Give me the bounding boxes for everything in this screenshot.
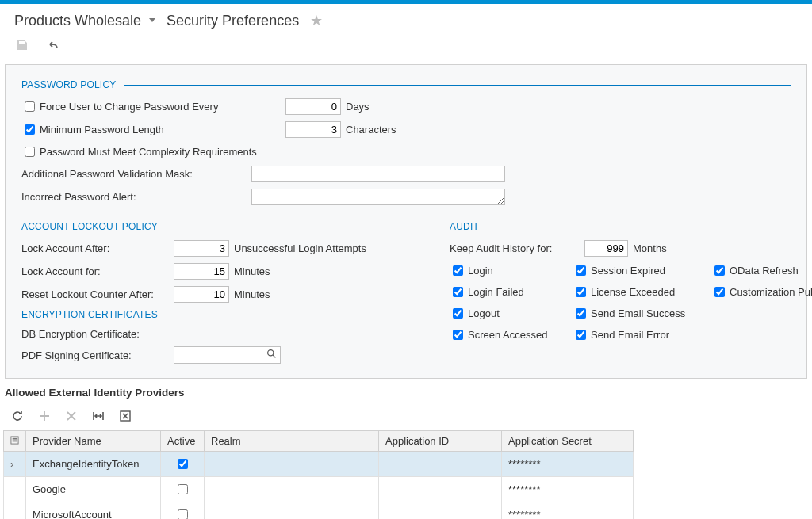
min-length-label: Minimum Password Length bbox=[40, 124, 285, 135]
breadcrumb-product[interactable]: Products Wholesale bbox=[14, 13, 141, 29]
table-row[interactable]: MicrosoftAccount******** bbox=[4, 502, 634, 520]
lockout-title: ACCOUNT LOCKOUT POLICY bbox=[21, 221, 418, 232]
providers-title: Allowed External Identity Providers bbox=[0, 379, 812, 403]
audit-session-checkbox[interactable] bbox=[576, 265, 586, 276]
force-change-label: Force User to Change Password Every bbox=[40, 101, 285, 113]
pdf-cert-label: PDF Signing Certificate: bbox=[21, 349, 174, 361]
complexity-checkbox[interactable] bbox=[25, 147, 35, 157]
export-excel-icon[interactable] bbox=[119, 410, 132, 422]
keep-history-unit: Months bbox=[633, 242, 667, 254]
force-change-unit: Days bbox=[346, 101, 370, 113]
row-indicator-icon: › bbox=[4, 452, 26, 477]
cell-realm[interactable] bbox=[205, 477, 379, 502]
svg-rect-5 bbox=[13, 441, 17, 442]
audit-custpub-label: Customization Published bbox=[730, 286, 812, 298]
alert-label: Incorrect Password Alert: bbox=[21, 191, 251, 203]
row-indicator-icon bbox=[4, 477, 26, 502]
cell-app-id[interactable] bbox=[379, 477, 502, 502]
svg-line-1 bbox=[273, 355, 275, 357]
col-realm[interactable]: Realm bbox=[205, 431, 379, 452]
cell-realm[interactable] bbox=[205, 502, 379, 520]
force-change-days-input[interactable] bbox=[285, 98, 341, 115]
audit-screen-checkbox[interactable] bbox=[453, 330, 463, 340]
min-length-input[interactable] bbox=[285, 121, 341, 138]
search-icon[interactable] bbox=[266, 349, 277, 361]
cell-active[interactable] bbox=[161, 502, 205, 520]
cell-active[interactable] bbox=[161, 477, 205, 502]
reset-after-unit: Minutes bbox=[234, 288, 270, 300]
alert-textarea[interactable] bbox=[251, 189, 505, 205]
active-checkbox[interactable] bbox=[178, 459, 188, 469]
cell-provider-name[interactable]: ExchangeIdentityToken bbox=[26, 452, 161, 477]
page-title: Security Preferences bbox=[167, 13, 299, 29]
audit-logout-label: Logout bbox=[468, 307, 500, 319]
db-cert-label: DB Encryption Certificate: bbox=[21, 328, 174, 340]
main-toolbar bbox=[0, 34, 812, 64]
min-length-checkbox[interactable] bbox=[25, 124, 35, 135]
mask-label: Additional Password Validation Mask: bbox=[21, 168, 251, 180]
force-change-checkbox[interactable] bbox=[25, 101, 35, 112]
table-row[interactable]: Google******** bbox=[4, 477, 634, 502]
cell-app-id[interactable] bbox=[379, 502, 502, 520]
providers-grid: Provider Name Active Realm Application I… bbox=[3, 430, 634, 519]
col-provider-name[interactable]: Provider Name bbox=[26, 431, 161, 452]
fit-columns-icon[interactable] bbox=[92, 410, 105, 422]
keep-history-input[interactable] bbox=[584, 240, 628, 257]
audit-emailok-label: Send Email Success bbox=[591, 307, 685, 319]
grid-row-header[interactable] bbox=[4, 431, 26, 452]
pdf-cert-input[interactable] bbox=[178, 349, 266, 362]
mask-input[interactable] bbox=[251, 166, 505, 182]
cell-app-secret[interactable]: ******** bbox=[502, 477, 634, 502]
lock-for-label: Lock Account for: bbox=[21, 265, 174, 277]
complexity-label: Password Must Meet Complexity Requiremen… bbox=[40, 146, 257, 158]
audit-screen-label: Screen Accessed bbox=[468, 329, 547, 341]
audit-login-label: Login bbox=[468, 265, 493, 277]
audit-custpub-checkbox[interactable] bbox=[714, 287, 725, 297]
password-policy-title: PASSWORD POLICY bbox=[21, 79, 791, 90]
active-checkbox[interactable] bbox=[178, 509, 188, 519]
lock-after-label: Lock Account After: bbox=[21, 242, 174, 254]
cell-active[interactable] bbox=[161, 452, 205, 477]
lock-for-input[interactable] bbox=[174, 263, 229, 280]
col-app-secret[interactable]: Application Secret bbox=[502, 431, 634, 452]
audit-loginfailed-checkbox[interactable] bbox=[453, 287, 463, 297]
audit-login-checkbox[interactable] bbox=[453, 265, 463, 276]
svg-point-0 bbox=[268, 350, 274, 356]
reset-after-label: Reset Lockout Counter After: bbox=[21, 288, 174, 300]
table-row[interactable]: ›ExchangeIdentityToken******** bbox=[4, 452, 634, 477]
audit-license-label: License Exceeded bbox=[591, 286, 675, 298]
page-header: Products Wholesale Security Preferences … bbox=[0, 4, 812, 34]
cell-realm[interactable] bbox=[205, 452, 379, 477]
col-app-id[interactable]: Application ID bbox=[379, 431, 502, 452]
audit-session-label: Session Expired bbox=[591, 265, 665, 277]
refresh-icon[interactable] bbox=[11, 410, 24, 422]
pdf-cert-lookup[interactable] bbox=[174, 346, 281, 364]
cell-app-secret[interactable]: ******** bbox=[502, 452, 634, 477]
svg-rect-4 bbox=[13, 438, 17, 440]
cell-app-id[interactable] bbox=[379, 452, 502, 477]
audit-title: AUDIT bbox=[450, 221, 812, 232]
chevron-down-icon[interactable] bbox=[149, 18, 155, 22]
delete-icon bbox=[65, 410, 78, 422]
audit-odata-checkbox[interactable] bbox=[714, 265, 725, 276]
audit-logout-checkbox[interactable] bbox=[453, 308, 463, 319]
favorite-star-icon[interactable]: ★ bbox=[310, 12, 323, 29]
audit-loginfailed-label: Login Failed bbox=[468, 286, 524, 298]
col-active[interactable]: Active bbox=[161, 431, 205, 452]
lock-after-unit: Unsuccessful Login Attempts bbox=[234, 242, 366, 254]
row-indicator-icon bbox=[4, 502, 26, 520]
keep-history-label: Keep Audit History for: bbox=[450, 242, 584, 254]
cell-app-secret[interactable]: ******** bbox=[502, 502, 634, 520]
lock-after-input[interactable] bbox=[174, 240, 229, 257]
reset-after-input[interactable] bbox=[174, 286, 229, 303]
audit-emailerr-checkbox[interactable] bbox=[576, 330, 586, 340]
grid-toolbar bbox=[0, 403, 812, 430]
undo-icon[interactable] bbox=[48, 39, 62, 53]
audit-emailok-checkbox[interactable] bbox=[576, 308, 586, 319]
active-checkbox[interactable] bbox=[178, 484, 188, 494]
cell-provider-name[interactable]: MicrosoftAccount bbox=[26, 502, 161, 520]
audit-license-checkbox[interactable] bbox=[576, 287, 586, 297]
audit-emailerr-label: Send Email Error bbox=[591, 329, 669, 341]
save-icon bbox=[16, 39, 30, 53]
cell-provider-name[interactable]: Google bbox=[26, 477, 161, 502]
